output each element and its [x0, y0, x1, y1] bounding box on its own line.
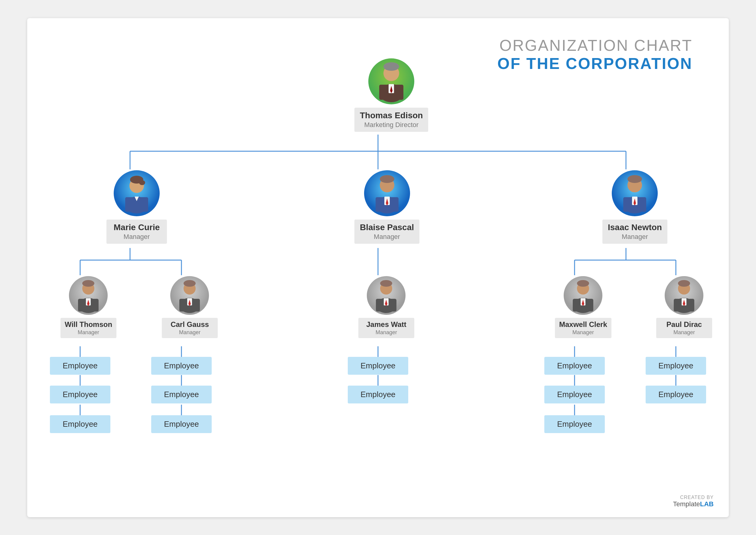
carl-emp2: Employee: [151, 385, 212, 404]
will-emp1: Employee: [50, 357, 110, 375]
ceo-namebox: Thomas Edison Marketing Director: [354, 108, 428, 132]
ceo-name: Thomas Edison: [360, 111, 423, 120]
paul-role: Manager: [660, 329, 708, 336]
isaac-namebox: Isaac Newton Manager: [602, 219, 667, 244]
svg-point-71: [380, 280, 392, 287]
manager-isaac-node: Isaac Newton Manager: [602, 169, 667, 244]
will-emp3: Employee: [50, 415, 110, 433]
blaise-name: Blaise Pascal: [360, 223, 414, 232]
svg-point-29: [383, 62, 399, 71]
carl-emp3-box: Employee: [151, 415, 212, 433]
will-namebox: Will Thomson Manager: [61, 318, 116, 338]
carl-node: Carl Gauss Manager: [162, 275, 218, 338]
carl-name: Carl Gauss: [166, 320, 213, 329]
paul-namebox: Paul Dirac Manager: [656, 318, 712, 338]
title-line1: ORGANIZATION CHART: [497, 36, 692, 54]
svg-point-37: [139, 180, 145, 185]
james-role: Manager: [363, 329, 410, 336]
will-emp1-box: Employee: [50, 357, 110, 375]
maxwell-node: Maxwell Clerk Manager: [555, 275, 611, 338]
brand-template-text: Template: [673, 500, 700, 508]
maxwell-emp1-box: Employee: [544, 357, 605, 375]
svg-point-43: [380, 175, 394, 183]
carl-role: Manager: [166, 329, 213, 336]
blaise-namebox: Blaise Pascal Manager: [354, 219, 419, 244]
brand-area: CREATED BY TemplateLAB: [673, 495, 714, 508]
isaac-name: Isaac Newton: [608, 223, 662, 232]
carl-namebox: Carl Gauss Manager: [162, 318, 218, 338]
maxwell-role: Manager: [559, 329, 607, 336]
svg-point-50: [628, 175, 642, 183]
james-avatar: [366, 275, 407, 316]
james-emp1-box: Employee: [348, 357, 408, 375]
james-emp2: Employee: [348, 385, 408, 404]
svg-point-64: [183, 280, 196, 287]
title-line2: OF THE CORPORATION: [497, 54, 692, 72]
paul-emp2: Employee: [646, 385, 706, 404]
maxwell-emp1: Employee: [544, 357, 605, 375]
paul-emp2-box: Employee: [646, 385, 706, 404]
james-namebox: James Watt Manager: [358, 318, 414, 338]
will-emp2: Employee: [50, 385, 110, 404]
james-emp2-box: Employee: [348, 385, 408, 404]
svg-point-78: [577, 280, 589, 287]
svg-point-85: [678, 280, 690, 287]
will-avatar: [68, 275, 109, 316]
marie-avatar: [113, 169, 160, 217]
maxwell-namebox: Maxwell Clerk Manager: [555, 318, 611, 338]
maxwell-emp2-box: Employee: [544, 385, 605, 404]
isaac-role: Manager: [608, 233, 662, 241]
ceo-node: Thomas Edison Marketing Director: [354, 57, 428, 132]
paul-avatar: [664, 275, 705, 316]
will-role: Manager: [65, 329, 112, 336]
carl-emp2-box: Employee: [151, 385, 212, 404]
marie-role: Manager: [112, 233, 161, 241]
marie-name: Marie Curie: [112, 223, 161, 232]
blaise-role: Manager: [360, 233, 414, 241]
will-emp3-box: Employee: [50, 415, 110, 433]
carl-emp3: Employee: [151, 415, 212, 433]
paul-node: Paul Dirac Manager: [656, 275, 712, 338]
manager-blaise-node: Blaise Pascal Manager: [354, 169, 419, 244]
ceo-role: Marketing Director: [360, 121, 423, 129]
carl-emp1: Employee: [151, 357, 212, 375]
marie-namebox: Marie Curie Manager: [106, 219, 167, 244]
james-node: James Watt Manager: [358, 275, 414, 338]
isaac-avatar: [611, 169, 658, 217]
james-emp1: Employee: [348, 357, 408, 375]
will-name: Will Thomson: [65, 320, 112, 329]
will-node: Will Thomson Manager: [61, 275, 116, 338]
title-area: ORGANIZATION CHART OF THE CORPORATION: [497, 36, 692, 72]
carl-emp1-box: Employee: [151, 357, 212, 375]
james-name: James Watt: [363, 320, 410, 329]
blaise-avatar: [363, 169, 411, 217]
maxwell-name: Maxwell Clerk: [559, 320, 607, 329]
manager-marie-node: Marie Curie Manager: [106, 169, 167, 244]
carl-avatar: [169, 275, 210, 316]
ceo-avatar: [367, 57, 415, 105]
paul-emp1: Employee: [646, 357, 706, 375]
maxwell-avatar: [563, 275, 603, 316]
brand-created-text: CREATED BY: [673, 495, 714, 500]
paul-emp1-box: Employee: [646, 357, 706, 375]
maxwell-emp2: Employee: [544, 385, 605, 404]
will-emp2-box: Employee: [50, 385, 110, 404]
brand-lab-text: LAB: [700, 500, 714, 508]
maxwell-emp3-box: Employee: [544, 415, 605, 433]
maxwell-emp3: Employee: [544, 415, 605, 433]
svg-point-57: [82, 280, 94, 287]
paul-name: Paul Dirac: [660, 320, 708, 329]
